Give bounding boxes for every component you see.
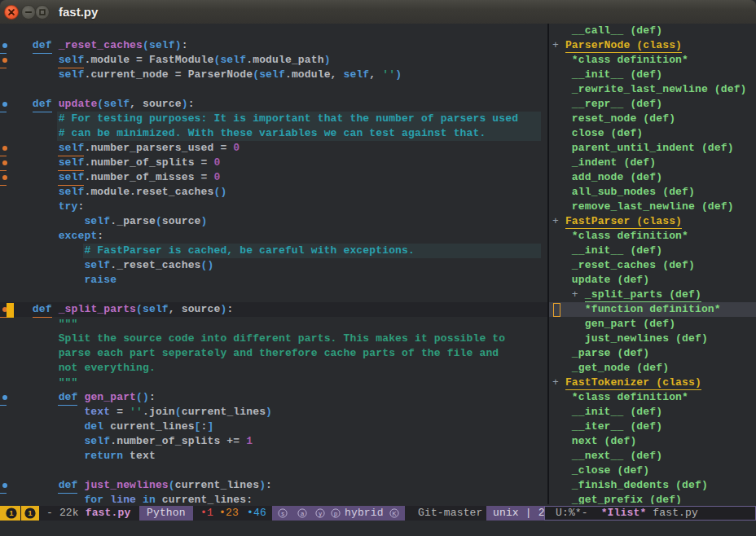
svg-text:p: p — [334, 510, 337, 517]
svg-text:1: 1 — [28, 508, 33, 517]
svg-text:a: a — [301, 510, 305, 517]
svg-text:1: 1 — [9, 508, 14, 517]
svg-text:s: s — [281, 510, 284, 517]
svg-text:y: y — [319, 510, 322, 517]
svg-text:K: K — [392, 510, 396, 517]
